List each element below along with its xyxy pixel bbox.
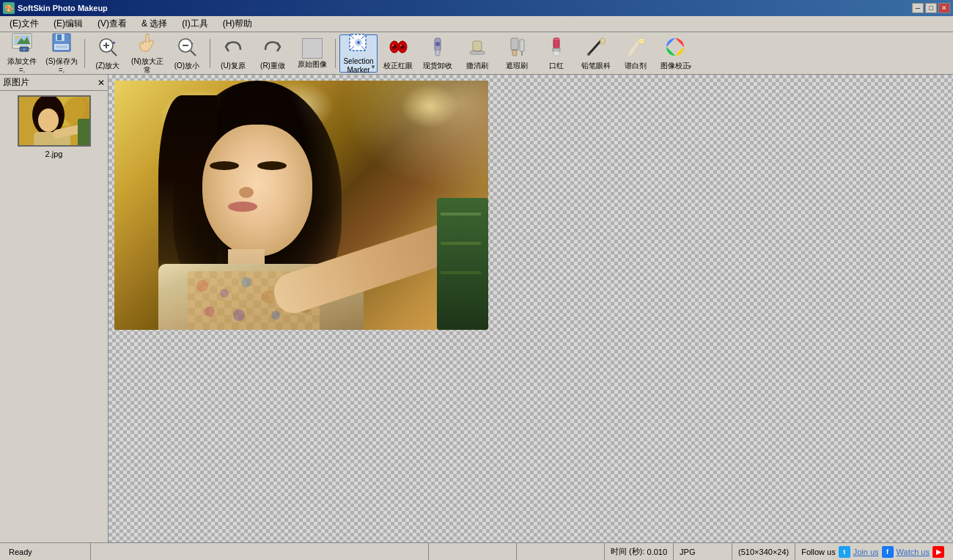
photo	[114, 81, 488, 330]
svg-rect-37	[473, 41, 482, 51]
whitener-label: 谱白剂	[625, 62, 647, 70]
svg-text:+: +	[112, 40, 116, 46]
svg-rect-41	[520, 40, 524, 51]
zoom-out-button[interactable]: - (O)放小	[168, 34, 206, 73]
svg-point-47	[587, 53, 590, 56]
whitener-button[interactable]: 谱白剂	[617, 34, 655, 73]
youtube-icon[interactable]: ▶	[932, 546, 944, 558]
menu-file[interactable]: (E)文件	[3, 15, 45, 32]
svg-point-3	[15, 36, 18, 39]
smudge-button[interactable]: 撒消刷	[458, 34, 496, 73]
thumbnail-filename: 2.jpg	[45, 150, 63, 158]
lip-color-button[interactable]: 口红	[537, 34, 575, 73]
add-file-label: 添加文件=.	[5, 57, 39, 75]
statusbar: Ready 时间 (秒): 0.010 JPG (510×340×24) Fol…	[0, 542, 953, 560]
panel-title-bar: 原图片 ✕	[0, 75, 108, 91]
menu-help[interactable]: (H)帮助	[216, 15, 260, 32]
status-dimensions: (510×340×24)	[732, 543, 795, 560]
eye-liner-button[interactable]: 铅笔眼科	[577, 34, 615, 73]
photo-container	[114, 81, 488, 330]
original-label: 原始图像	[298, 60, 327, 69]
close-button[interactable]: ✕	[938, 3, 950, 13]
redo-button[interactable]: (R)重做	[254, 34, 292, 73]
menu-select[interactable]: & 选择	[135, 15, 174, 32]
toolbar: + 添加文件=. (S)保存为=. +	[0, 32, 953, 75]
svg-point-63	[262, 290, 275, 303]
zoom-in-button[interactable]: + (Z)放大	[89, 34, 127, 73]
color-correct-button[interactable]: 图像校正 ▼	[656, 34, 694, 73]
red-eye-icon	[388, 37, 408, 60]
svg-point-65	[205, 306, 215, 317]
menu-tools[interactable]: (I)工具	[175, 15, 214, 32]
titlebar-buttons: ─ □ ✕	[912, 3, 950, 13]
add-file-button[interactable]: + 添加文件=.	[3, 34, 41, 73]
spot-remover-label: 现货卸收	[423, 62, 452, 70]
panel-close-button[interactable]: ✕	[97, 78, 105, 88]
svg-rect-39	[512, 50, 517, 56]
svg-point-61	[220, 289, 229, 298]
join-us-link[interactable]: Join us	[853, 548, 879, 556]
status-ready: Ready	[3, 543, 91, 560]
status-spacer-1	[91, 543, 429, 560]
save-button[interactable]: (S)保存为=.	[43, 34, 81, 73]
canvas-area[interactable]	[108, 75, 953, 542]
titlebar: 🎨 SoftSkin Photo Makeup ─ □ ✕	[0, 0, 953, 16]
mask-brush-label: 遮瑕刷	[506, 62, 528, 70]
menu-edit[interactable]: (E)编辑	[47, 15, 89, 32]
dropdown-arrow: ▼	[370, 64, 376, 70]
maximize-button[interactable]: □	[925, 3, 937, 13]
status-spacer-3	[517, 543, 605, 560]
eye-liner-label: 铅笔眼科	[581, 62, 611, 70]
spot-remover-icon	[427, 37, 448, 60]
save-label: (S)保存为=.	[45, 57, 78, 75]
svg-point-35	[435, 42, 440, 46]
eye-liner-icon	[586, 37, 606, 60]
normal-size-button[interactable]: (N)放大正常	[128, 34, 166, 73]
svg-line-18	[191, 51, 196, 56]
selection-marker-icon	[347, 32, 369, 56]
svg-point-49	[640, 40, 643, 43]
svg-text:-: -	[191, 40, 194, 46]
minimize-button[interactable]: ─	[912, 3, 924, 13]
undo-button[interactable]: (U)复原	[214, 34, 252, 73]
svg-rect-44	[553, 48, 560, 51]
svg-rect-36	[470, 51, 485, 54]
panel-title-label: 原图片	[3, 76, 29, 89]
redo-icon	[262, 37, 283, 60]
svg-rect-10	[56, 45, 67, 48]
facebook-icon[interactable]: f	[882, 546, 894, 558]
mask-brush-button[interactable]: 遮瑕刷	[498, 34, 536, 73]
toolbar-sep-3	[335, 39, 336, 68]
svg-point-62	[241, 277, 251, 287]
svg-point-22	[357, 41, 360, 44]
selection-marker-button[interactable]: SelectionMarker ▼	[339, 34, 378, 73]
spot-remover-button[interactable]: 现货卸收	[419, 34, 457, 73]
app-title: SoftSkin Photo Makeup	[18, 4, 108, 12]
red-eye-button[interactable]: 校正红眼	[379, 34, 417, 73]
time-value: 0.010	[647, 548, 668, 556]
whitener-icon	[625, 37, 646, 60]
add-file-icon: +	[11, 32, 33, 56]
svg-point-67	[271, 311, 280, 320]
watch-us-link[interactable]: Watch us	[897, 548, 930, 556]
svg-point-56	[38, 108, 59, 132]
svg-rect-46	[600, 38, 605, 44]
mask-brush-icon	[507, 37, 527, 60]
thumbnail-item[interactable]: 2.jpg	[0, 91, 108, 163]
twitter-icon[interactable]: t	[839, 546, 850, 558]
normal-size-label: (N)放大正常	[130, 57, 164, 75]
hand-icon	[137, 32, 158, 56]
time-label: 时间 (秒):	[611, 546, 644, 557]
status-time: 时间 (秒): 0.010	[605, 543, 674, 560]
status-format: JPG	[674, 543, 732, 560]
menu-view[interactable]: (V)查看	[91, 15, 133, 32]
status-spacer-2	[429, 543, 517, 560]
svg-point-60	[196, 280, 208, 292]
original-button[interactable]: 原始图像	[293, 34, 331, 73]
ready-text: Ready	[9, 548, 32, 556]
svg-rect-59	[78, 119, 91, 147]
status-social: Follow us t Join us f Watch us ▶	[795, 543, 950, 560]
color-correct-dropdown: ▼	[687, 64, 693, 70]
svg-rect-38	[511, 38, 518, 50]
color-correct-label: 图像校正	[661, 62, 690, 70]
